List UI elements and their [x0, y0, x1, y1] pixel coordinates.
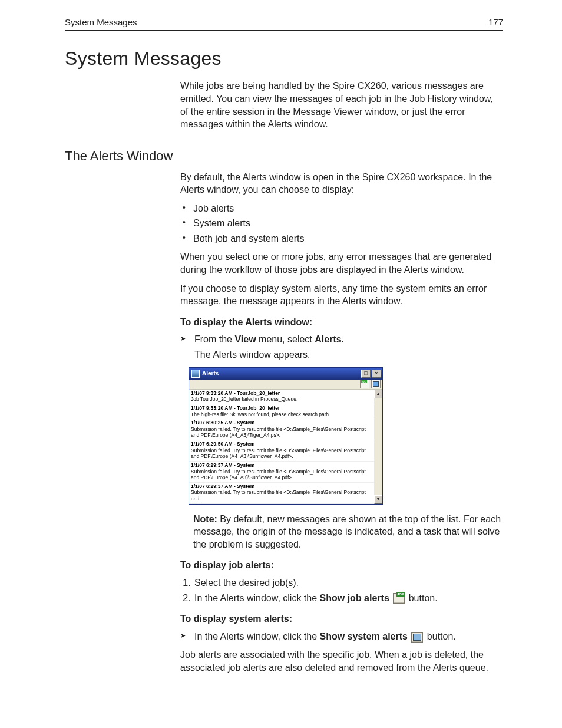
scrollbar[interactable]: ▴ ▾	[374, 390, 382, 504]
section-p3: If you choose to display system alerts, …	[180, 282, 503, 308]
running-head: System Messages	[65, 17, 137, 28]
menu-name: View	[234, 334, 256, 344]
step-item: In the Alerts window, click the Show job…	[193, 592, 503, 605]
alerts-list: 1/1/07 9:33:20 AM - TourJob_20_letter Jo…	[189, 390, 374, 504]
note-label: Note:	[193, 514, 217, 524]
arrow-step: In the Alerts window, click the Show sys…	[180, 630, 503, 643]
minimize-button[interactable]: □	[361, 370, 371, 378]
alerts-toolbar	[189, 380, 382, 390]
show-system-alerts-icon	[411, 632, 423, 643]
step-item: Select the desired job(s).	[193, 577, 503, 589]
menu-item: Alerts.	[315, 334, 344, 344]
show-system-alerts-icon[interactable]	[371, 380, 381, 388]
close-button[interactable]: ×	[372, 370, 381, 378]
scroll-up-button[interactable]: ▴	[374, 390, 382, 398]
procedure-heading: To display the Alerts window:	[180, 317, 312, 327]
list-item: System alerts	[180, 217, 503, 230]
scroll-down-button[interactable]: ▾	[374, 495, 382, 504]
section-heading: The Alerts Window	[65, 147, 503, 165]
note-paragraph: Note: By default, new messages are shown…	[193, 513, 503, 551]
header-rule	[65, 30, 503, 31]
final-paragraph: Job alerts are associated with the speci…	[180, 648, 503, 674]
alert-entry[interactable]: 1/1/07 6:30:25 AM - System Submission fa…	[189, 419, 374, 440]
section-p1: By default, the Alerts window is open in…	[180, 171, 503, 196]
scroll-track[interactable]	[374, 398, 382, 495]
intro-paragraph: While jobs are being handled by the Spir…	[180, 80, 503, 130]
alert-entry[interactable]: 1/1/07 9:33:20 AM - TourJob_20_letter Th…	[189, 404, 374, 419]
alert-entry[interactable]: 1/1/07 6:29:37 AM - System Submission fa…	[189, 483, 374, 504]
show-job-alerts-icon[interactable]	[360, 380, 369, 388]
list-item: Job alerts	[180, 202, 503, 215]
alerts-window: Alerts □ × 1/1/07 9:33:20 AM - TourJob_2…	[189, 367, 383, 505]
arrow-step: From the View menu, select Alerts.	[180, 333, 503, 346]
alert-entry[interactable]: 1/1/07 6:29:50 AM - System Submission fa…	[189, 440, 374, 462]
section-p2: When you select one or more jobs, any er…	[180, 251, 503, 276]
step-result: The Alerts window appears.	[194, 348, 503, 361]
alerts-titlebar[interactable]: Alerts □ ×	[189, 368, 382, 380]
page-number: 177	[488, 17, 503, 28]
show-job-alerts-icon	[393, 593, 405, 604]
alerts-window-title: Alerts	[202, 370, 360, 378]
bullet-list: Job alerts System alerts Both job and sy…	[180, 202, 503, 245]
alert-entry[interactable]: 1/1/07 9:33:20 AM - TourJob_20_letter Jo…	[189, 390, 374, 404]
page-title: System Messages	[65, 46, 503, 71]
list-item: Both job and system alerts	[180, 232, 503, 245]
procedure-heading: To display system alerts:	[180, 614, 292, 624]
button-name: Show job alerts	[320, 593, 389, 603]
button-name: Show system alerts	[320, 631, 408, 641]
procedure-heading: To display job alerts:	[180, 560, 274, 570]
ordered-steps: Select the desired job(s). In the Alerts…	[180, 577, 503, 604]
window-icon	[191, 370, 200, 378]
alert-entry[interactable]: 1/1/07 6:29:37 AM - System Submission fa…	[189, 462, 374, 483]
